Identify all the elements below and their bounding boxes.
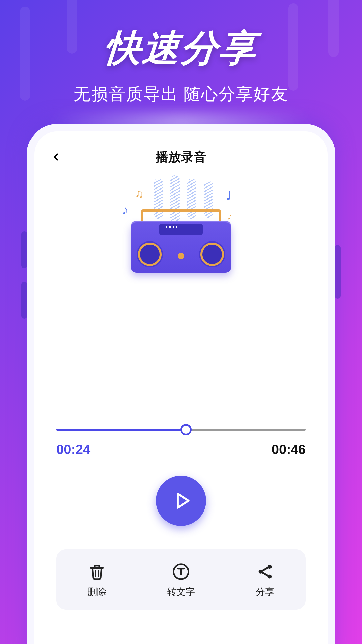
current-time: 00:24 [56,442,90,457]
app-screen: 播放录音 ♪ ♫ ♩ ♪ [40,137,322,644]
hero-title: 快速分享 [0,23,362,73]
player-area: 00:24 00:46 [40,305,322,644]
progress-thumb[interactable] [180,424,192,435]
share-label: 分享 [256,586,275,598]
text-circle-icon [170,561,192,582]
to-text-button[interactable]: 转文字 [167,561,195,598]
page-title: 播放录音 [156,149,206,166]
delete-label: 删除 [87,586,106,598]
to-text-label: 转文字 [167,586,195,598]
delete-button[interactable]: 删除 [86,561,108,598]
share-icon [254,561,276,582]
radio-illustration: ♪ ♫ ♩ ♪ [40,177,322,305]
app-header: 播放录音 [40,137,322,177]
duration-time: 00:46 [272,442,306,457]
back-button[interactable] [50,150,63,164]
hero-subtitle: 无损音质导出 随心分享好友 [0,83,362,105]
phone-mockup: 播放录音 ♪ ♫ ♩ ♪ [27,124,335,644]
hero-section: 快速分享 无损音质导出 随心分享好友 [0,0,362,105]
share-button[interactable]: 分享 [254,561,276,598]
play-icon [173,491,192,510]
trash-icon [86,561,108,582]
back-chevron-icon [52,153,61,161]
music-note-icon: ♫ [135,187,144,200]
music-note-icon: ♩ [226,189,231,203]
action-bar: 删除 转文字 [56,549,306,610]
progress-fill [56,429,186,431]
music-note-icon: ♪ [122,202,128,217]
play-button[interactable] [156,476,206,526]
radio-icon [131,209,231,273]
progress-slider[interactable]: 00:24 00:46 [56,429,306,457]
